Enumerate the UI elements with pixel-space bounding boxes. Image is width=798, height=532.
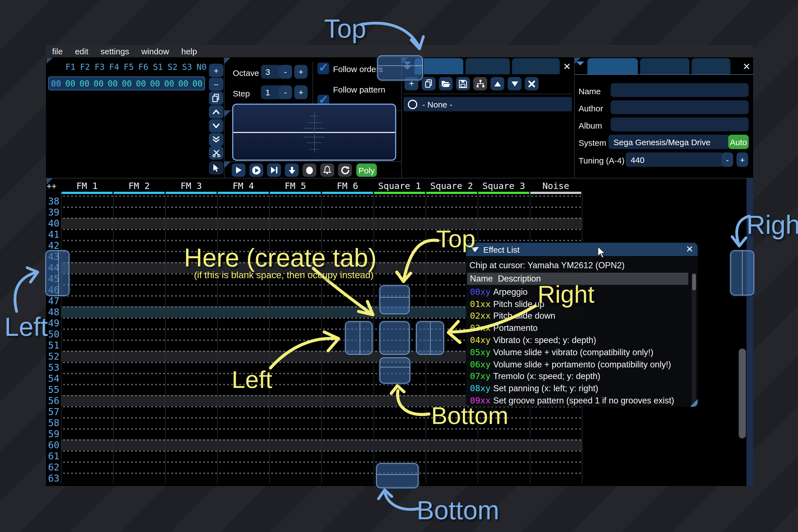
step-play-button[interactable] xyxy=(267,164,281,177)
play-pattern-button[interactable] xyxy=(249,164,263,177)
effect-row-07xy[interactable]: 07xyTremolo (x: speed; y: depth) xyxy=(467,370,696,383)
tab-speed[interactable] xyxy=(691,58,730,74)
follow-orders-checkbox[interactable]: ✓ xyxy=(318,63,329,74)
order-cell[interactable]: 00 xyxy=(106,78,120,89)
dock-target-right-edge[interactable] xyxy=(730,250,754,296)
tuning-field[interactable]: 440 xyxy=(626,152,723,167)
dock-target-top-edge[interactable] xyxy=(377,55,423,80)
step-plus-button[interactable]: + xyxy=(294,86,307,99)
order-move-bottom-button[interactable] xyxy=(209,133,223,146)
row-number-59: 59 xyxy=(46,429,61,439)
channel-header-fm-5[interactable]: FM 5 xyxy=(269,180,321,192)
resize-grip[interactable] xyxy=(690,399,698,407)
order-cell[interactable]: 00 xyxy=(162,78,176,89)
repeat-button[interactable] xyxy=(338,164,352,177)
songinfo-dropdown-icon[interactable] xyxy=(576,61,584,66)
album-field[interactable] xyxy=(611,117,749,131)
order-cell[interactable]: 00 xyxy=(77,78,92,89)
dock-target-left-edge[interactable] xyxy=(45,250,69,296)
dock-target-bottom-edge[interactable] xyxy=(376,463,418,488)
effect-row-05xy[interactable]: 05xyVolume slide + vibrato (compatibilit… xyxy=(467,346,696,359)
instrument-move-down-button[interactable] xyxy=(508,77,521,90)
step-value[interactable]: 1 xyxy=(261,86,281,99)
order-edit-mode-button[interactable] xyxy=(209,161,223,174)
record-button[interactable] xyxy=(303,164,317,177)
instrument-save-button[interactable] xyxy=(456,77,470,90)
metronome-button[interactable] xyxy=(320,164,334,177)
order-cell[interactable]: 00 xyxy=(190,78,205,89)
system-select[interactable]: Sega Genesis/Mega Drive xyxy=(608,135,729,149)
effect-row-02xx[interactable]: 02xxPitch slide down xyxy=(467,310,696,322)
order-cell[interactable]: 00 xyxy=(148,78,162,89)
channel-header-square-3[interactable]: Square 3 xyxy=(478,180,530,192)
octave-value[interactable]: 3 xyxy=(261,65,281,79)
order-cell[interactable]: 00 xyxy=(134,78,148,89)
tuning-plus-button[interactable]: + xyxy=(737,152,748,167)
author-field[interactable] xyxy=(611,100,749,114)
order-duplicate-button[interactable] xyxy=(209,92,223,105)
check-icon: ✓ xyxy=(319,61,328,74)
tuning-minus-button[interactable]: - xyxy=(722,152,733,167)
menu-file[interactable]: file xyxy=(46,46,69,56)
orders-selected-row[interactable]: 0000000000000000000000 xyxy=(48,76,205,90)
order-add-button[interactable]: + xyxy=(209,64,223,77)
channel-header-fm-6[interactable]: FM 6 xyxy=(321,180,374,192)
channel-header-square-2[interactable]: Square 2 xyxy=(425,180,478,192)
channel-header-fm-3[interactable]: FM 3 xyxy=(165,180,217,192)
pattern-scrollbar-thumb[interactable] xyxy=(739,348,746,438)
effect-list-titlebar[interactable]: Effect List ✕ xyxy=(466,243,698,256)
instrument-delete-button[interactable] xyxy=(525,77,539,90)
dock-target-center[interactable] xyxy=(380,321,410,355)
channel-header-fm-2[interactable]: FM 2 xyxy=(113,180,165,192)
cursor-arrow-icon xyxy=(212,164,220,172)
instrument-list-item-none[interactable]: - None - xyxy=(403,97,572,111)
effect-list-close-icon[interactable]: ✕ xyxy=(686,244,693,254)
instrument-tree-button[interactable] xyxy=(473,77,487,90)
order-cut-button[interactable] xyxy=(209,146,223,159)
instrument-duplicate-button[interactable] xyxy=(422,77,436,90)
menu-window[interactable]: window xyxy=(135,46,175,56)
menu-edit[interactable]: edit xyxy=(69,46,94,56)
instrument-move-up-button[interactable] xyxy=(491,77,504,90)
tab-samples[interactable] xyxy=(512,58,560,74)
order-remove-button[interactable]: − xyxy=(209,78,223,91)
effect-row-04xy[interactable]: 04xyVibrato (x: speed; y: depth) xyxy=(467,334,696,346)
dock-target-center-left[interactable] xyxy=(345,321,373,355)
order-cell[interactable]: 00 xyxy=(176,78,190,89)
order-move-up-button[interactable] xyxy=(209,105,223,119)
channel-header-square-1[interactable]: Square 1 xyxy=(374,180,425,192)
order-cell[interactable]: 00 xyxy=(92,78,106,89)
poly-button[interactable]: Poly xyxy=(356,164,377,177)
channel-header-fm-1[interactable]: FM 1 xyxy=(61,180,113,192)
effect-row-08xy[interactable]: 08xySet panning (x: left; y: right) xyxy=(467,383,696,395)
menu-help[interactable]: help xyxy=(175,46,203,56)
effect-row-03xx[interactable]: 03xxPortamento xyxy=(467,322,696,335)
system-auto-button[interactable]: Auto xyxy=(728,135,749,149)
order-cell[interactable]: 00 xyxy=(63,78,77,89)
songinfo-close-icon[interactable]: ✕ xyxy=(743,61,750,73)
tab-subsongs[interactable] xyxy=(640,58,689,74)
order-move-down-button[interactable] xyxy=(209,119,223,132)
order-cell[interactable]: 00 xyxy=(120,78,134,89)
step-minus-button[interactable]: - xyxy=(279,86,292,99)
tab-wavetables[interactable] xyxy=(466,58,510,74)
play-button[interactable] xyxy=(232,164,246,177)
instruments-close-icon[interactable]: ✕ xyxy=(563,61,571,73)
octave-plus-button[interactable]: + xyxy=(294,65,307,79)
effect-list-scrollbar[interactable] xyxy=(691,273,696,406)
row-number-55: 55 xyxy=(46,384,61,395)
menu-settings[interactable]: settings xyxy=(94,46,135,56)
channel-header-noise[interactable]: Noise xyxy=(530,180,582,192)
name-field[interactable] xyxy=(611,83,749,97)
dock-target-center-top[interactable] xyxy=(380,285,410,314)
dock-target-center-right[interactable] xyxy=(416,321,444,355)
step-row-button[interactable] xyxy=(285,164,299,177)
tab-song-info[interactable] xyxy=(587,58,638,74)
channel-header-fm-4[interactable]: FM 4 xyxy=(217,180,269,192)
effect-row-06xy[interactable]: 06xyVolume slide + portamento (compatibi… xyxy=(467,359,696,371)
octave-minus-button[interactable]: - xyxy=(279,65,292,79)
instrument-open-button[interactable] xyxy=(439,77,453,90)
dock-target-center-bottom[interactable] xyxy=(380,358,410,383)
orders-col-F1: F1 xyxy=(63,62,78,72)
instrument-type-icon xyxy=(408,99,417,109)
